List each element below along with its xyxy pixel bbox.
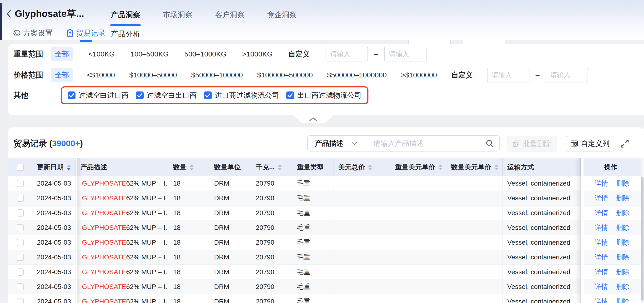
delete-link[interactable]: 删除 xyxy=(616,194,630,203)
filter-option[interactable]: 500–1000KG xyxy=(184,50,226,58)
filter-custom-option[interactable]: 自定义 xyxy=(288,49,310,59)
filter-option[interactable]: $500000–1000000 xyxy=(327,71,386,79)
column-header[interactable]: 美元总价 xyxy=(334,158,390,176)
filter-option[interactable]: <100KG xyxy=(88,50,115,58)
search-input[interactable] xyxy=(368,139,486,148)
sort-desc-icon[interactable] xyxy=(494,168,498,170)
sort-icons[interactable] xyxy=(368,164,372,170)
filter-option[interactable]: $10000–50000 xyxy=(129,71,177,79)
checked-checkbox[interactable] xyxy=(204,92,212,99)
filter-checkbox-item[interactable]: 过滤空白进口商 xyxy=(68,90,128,100)
table-row[interactable]: 2024-05-03 GLYPHOSATE 62% MUP – I... 18 … xyxy=(8,294,641,303)
delete-link[interactable]: 删除 xyxy=(616,297,630,303)
filter-option[interactable]: $50000–100000 xyxy=(191,71,243,79)
filter-custom-option[interactable]: 自定义 xyxy=(451,70,473,80)
range-min-input[interactable] xyxy=(326,47,368,62)
filter-option[interactable]: 100–500KG xyxy=(130,50,168,58)
table-row[interactable]: 2024-05-03 GLYPHOSATE 62% MUP – I... 18 … xyxy=(8,191,641,206)
detail-link[interactable]: 详情 xyxy=(595,253,608,262)
main-tab[interactable]: 产品洞察 xyxy=(111,10,140,20)
filter-checkbox-item[interactable]: 过滤空白出口商 xyxy=(136,90,197,100)
column-header[interactable]: 重量美元单价 xyxy=(390,158,446,176)
delete-link[interactable]: 删除 xyxy=(616,223,630,232)
main-tab[interactable]: 竞企洞察 xyxy=(267,10,297,20)
column-header[interactable]: 数量 xyxy=(168,158,209,176)
filter-option[interactable]: >$1000000 xyxy=(401,71,437,79)
sort-desc-icon[interactable] xyxy=(67,168,71,170)
column-header[interactable]: 千克... xyxy=(251,158,292,176)
detail-link[interactable]: 详情 xyxy=(595,268,608,276)
checked-checkbox[interactable] xyxy=(286,92,294,99)
column-header[interactable]: 数量美元单价 xyxy=(446,158,502,176)
back-icon[interactable] xyxy=(6,10,12,18)
table-row[interactable]: 2024-05-03 GLYPHOSATE 62% MUP – I... 18 … xyxy=(8,265,641,280)
detail-link[interactable]: 详情 xyxy=(595,208,608,218)
filter-option[interactable]: $100000–500000 xyxy=(257,71,313,79)
scrollbar-thumb[interactable] xyxy=(641,177,644,300)
tab-trade-records[interactable]: 贸易记录 xyxy=(66,28,106,38)
sort-icons[interactable] xyxy=(67,164,71,170)
filter-checkbox-item[interactable]: 进口商过滤物流公司 xyxy=(204,90,279,100)
table-row[interactable]: 2024-05-03 GLYPHOSATE 62% MUP – I... 18 … xyxy=(8,250,641,265)
table-row[interactable]: 2024-05-03 GLYPHOSATE 62% MUP – I... 18 … xyxy=(8,280,641,294)
table-row[interactable]: 2024-05-03 GLYPHOSATE 62% MUP – I... 18 … xyxy=(8,206,641,220)
sort-asc-icon[interactable] xyxy=(67,164,71,167)
delete-link[interactable]: 删除 xyxy=(616,282,630,291)
batch-delete-button[interactable]: 批量删除 xyxy=(506,136,557,152)
column-header[interactable]: 更新日期 xyxy=(32,158,76,176)
sort-asc-icon[interactable] xyxy=(494,164,498,167)
table-row[interactable]: 2024-05-03 GLYPHOSATE 62% MUP – I... 18 … xyxy=(8,220,641,235)
row-checkbox[interactable] xyxy=(17,210,24,216)
row-checkbox[interactable] xyxy=(17,224,24,231)
sort-desc-icon[interactable] xyxy=(368,168,372,170)
checked-checkbox[interactable] xyxy=(136,92,144,99)
range-min-input[interactable] xyxy=(487,68,530,82)
row-checkbox[interactable] xyxy=(17,298,24,303)
detail-link[interactable]: 详情 xyxy=(595,238,608,247)
search-field-select[interactable]: 产品描述 xyxy=(308,139,368,148)
collapse-filter-handle[interactable] xyxy=(293,115,334,123)
filter-option-selected[interactable]: 全部 xyxy=(51,68,73,82)
detail-link[interactable]: 详情 xyxy=(595,194,608,203)
search-icon[interactable] xyxy=(486,139,494,148)
row-checkbox[interactable] xyxy=(17,194,24,202)
detail-link[interactable]: 详情 xyxy=(595,297,608,303)
detail-link[interactable]: 详情 xyxy=(595,223,608,232)
fullscreen-expand-icon[interactable] xyxy=(620,139,630,148)
delete-link[interactable]: 删除 xyxy=(616,208,630,218)
delete-link[interactable]: 删除 xyxy=(616,253,630,262)
delete-link[interactable]: 删除 xyxy=(616,179,630,188)
checked-checkbox[interactable] xyxy=(68,92,76,99)
delete-link[interactable]: 删除 xyxy=(616,238,630,247)
row-checkbox[interactable] xyxy=(17,268,24,276)
sort-desc-icon[interactable] xyxy=(438,168,442,170)
sort-icons[interactable] xyxy=(438,164,442,170)
row-checkbox[interactable] xyxy=(17,283,24,290)
filter-option-selected[interactable]: 全部 xyxy=(51,47,73,61)
row-checkbox[interactable] xyxy=(17,239,24,246)
range-max-input[interactable] xyxy=(546,68,588,82)
range-max-input[interactable] xyxy=(384,47,426,62)
row-checkbox[interactable] xyxy=(17,254,24,261)
detail-link[interactable]: 详情 xyxy=(595,179,608,188)
table-row[interactable]: 2024-05-03 GLYPHOSATE 62% MUP – I... 18 … xyxy=(8,176,641,191)
sort-icons[interactable] xyxy=(494,164,498,170)
main-tab[interactable]: 客户洞察 xyxy=(215,10,244,20)
sort-asc-icon[interactable] xyxy=(438,164,442,167)
sort-asc-icon[interactable] xyxy=(278,164,282,167)
sort-desc-icon[interactable] xyxy=(278,168,282,170)
row-checkbox[interactable] xyxy=(17,180,24,187)
sort-asc-icon[interactable] xyxy=(190,164,194,167)
filter-checkbox-item[interactable]: 出口商过滤物流公司 xyxy=(286,90,362,100)
tab-scheme-settings[interactable]: 方案设置 xyxy=(13,28,53,38)
sort-icons[interactable] xyxy=(278,164,282,170)
custom-columns-button[interactable]: 自定义列 xyxy=(566,136,614,152)
filter-option[interactable]: <$10000 xyxy=(87,71,115,79)
select-all-checkbox[interactable] xyxy=(17,164,24,171)
detail-link[interactable]: 详情 xyxy=(595,282,608,291)
sort-asc-icon[interactable] xyxy=(368,164,372,167)
filter-option[interactable]: >1000KG xyxy=(242,50,273,58)
sort-desc-icon[interactable] xyxy=(190,168,194,170)
table-row[interactable]: 2024-05-03 GLYPHOSATE 62% MUP – I... 18 … xyxy=(8,235,641,250)
tab-product-analysis[interactable]: 产品分析 xyxy=(111,29,140,39)
